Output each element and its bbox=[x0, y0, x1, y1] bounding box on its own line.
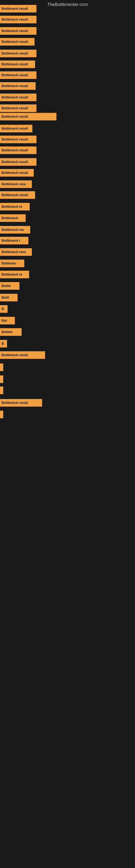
bar-item bbox=[0, 411, 3, 418]
bar-item bbox=[0, 375, 3, 383]
bottleneck-result-bar: Bottleneck result bbox=[0, 104, 37, 112]
bottleneck-result-bar: Bottleneck result bbox=[0, 94, 37, 101]
bottleneck-result-bar: Bottleneck re bbox=[0, 271, 29, 278]
bar-item: Bottleneck resu bbox=[0, 248, 32, 256]
bottleneck-result-bar: Bottleneck result bbox=[0, 27, 37, 35]
bar-item: B bbox=[0, 305, 8, 313]
bottleneck-result-bar: Bottlen bbox=[0, 328, 21, 336]
bar-item bbox=[0, 364, 3, 371]
bar-item bbox=[0, 386, 3, 394]
bottleneck-result-bar: Bottleneck res bbox=[0, 226, 30, 234]
bar-item: Bottlen bbox=[0, 328, 21, 336]
bottleneck-result-bar: B bbox=[0, 340, 7, 347]
bar-item: Bottleneck r bbox=[0, 237, 28, 244]
bar-item: Bottleneck result bbox=[0, 104, 37, 112]
bottleneck-result-bar: Bottleneck resu bbox=[0, 248, 32, 256]
bottleneck-result-bar bbox=[0, 375, 3, 383]
bottleneck-result-bar bbox=[0, 411, 3, 418]
bottleneck-result-bar: Bottleneck result bbox=[0, 147, 37, 154]
bottleneck-result-bar: Bottleneck result bbox=[0, 169, 34, 177]
bottleneck-result-bar: Bottleneck result bbox=[0, 50, 37, 57]
bottleneck-result-bar: Bottleneck resu bbox=[0, 180, 32, 188]
bar-item: Bot bbox=[0, 317, 15, 324]
bottleneck-result-bar: Bottle bbox=[0, 282, 19, 290]
bar-item: Bottleneck result bbox=[0, 191, 35, 199]
bottleneck-result-bar: Bottleneck result bbox=[0, 158, 37, 166]
bottleneck-result-bar: Bottleneck result bbox=[0, 399, 42, 407]
bottleneck-result-bar: Bottleneck result bbox=[0, 61, 35, 68]
bar-item: Bottleneck result bbox=[0, 94, 37, 101]
bar-item: Bottleneck result bbox=[0, 38, 35, 45]
bottleneck-result-bar: Bottleneck result bbox=[0, 351, 45, 359]
bottleneck-result-bar: Bottleneck result bbox=[0, 125, 32, 132]
bottleneck-result-bar: Bottleneck result bbox=[0, 71, 37, 79]
bar-item: Bottleneck result bbox=[0, 351, 45, 359]
bar-item: Bottleneck result bbox=[0, 5, 37, 12]
bottleneck-result-bar: Bottleneck result bbox=[0, 38, 35, 45]
bottleneck-result-bar: Bottleneck bbox=[0, 214, 26, 222]
bar-item: Bottleneck result bbox=[0, 27, 37, 35]
bottleneck-result-bar: Bottleneck result bbox=[0, 82, 36, 90]
bar-item: Bottleneck re bbox=[0, 271, 29, 278]
bottleneck-result-bar: Bottlenec bbox=[0, 259, 24, 267]
bottleneck-result-bar bbox=[0, 364, 3, 371]
bar-item: Bottleneck resu bbox=[0, 180, 32, 188]
bar-item: Bottleneck result bbox=[0, 82, 36, 90]
bar-item: Bottle bbox=[0, 282, 19, 290]
bottleneck-result-bar bbox=[0, 386, 3, 394]
bottleneck-result-bar: Bottleneck result bbox=[0, 135, 37, 143]
bar-item: Bottleneck result bbox=[0, 158, 37, 166]
bar-item: Bottleneck result bbox=[0, 169, 34, 177]
bottleneck-result-bar: Bot bbox=[0, 317, 15, 324]
bar-item: B bbox=[0, 340, 7, 347]
bar-item: Bottleneck bbox=[0, 214, 26, 222]
bar-item: Bottleneck result bbox=[0, 125, 32, 132]
bar-item: Bottleneck result bbox=[0, 50, 37, 57]
bar-item: Bottleneck result bbox=[0, 147, 37, 154]
bar-item: Bottleneck result bbox=[0, 71, 37, 79]
bar-item: Bottleneck result bbox=[0, 113, 56, 120]
bar-item: Bottleneck result bbox=[0, 399, 42, 407]
bottleneck-result-bar: Bottleneck re bbox=[0, 203, 30, 211]
bottleneck-result-bar: Bottleneck result bbox=[0, 5, 37, 12]
bottleneck-result-bar: Bottleneck result bbox=[0, 16, 37, 23]
bottleneck-result-bar: Bottleneck r bbox=[0, 237, 28, 244]
bar-item: Bottl bbox=[0, 294, 17, 301]
bottleneck-result-bar: Bottleneck result bbox=[0, 113, 56, 120]
bottleneck-result-bar: B bbox=[0, 305, 8, 313]
bottleneck-result-bar: Bottleneck result bbox=[0, 191, 35, 199]
bar-item: Bottlenec bbox=[0, 259, 24, 267]
bar-item: Bottleneck res bbox=[0, 226, 30, 234]
bar-item: Bottleneck result bbox=[0, 16, 37, 23]
bottleneck-result-bar: Bottl bbox=[0, 294, 17, 301]
bar-item: Bottleneck re bbox=[0, 203, 30, 211]
bar-item: Bottleneck result bbox=[0, 61, 35, 68]
bar-item: Bottleneck result bbox=[0, 135, 37, 143]
